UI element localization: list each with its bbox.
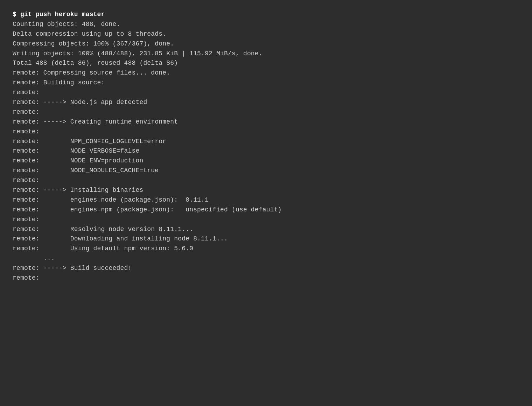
terminal-line: remote: Resolving node version 8.11.1... [13,225,519,234]
terminal-line: remote: Using default npm version: 5.6.0 [13,244,519,254]
terminal-line: remote: Compressing source files... done… [13,68,519,78]
terminal-line: remote: [13,127,519,137]
terminal-line: remote: engines.node (package.json): 8.1… [13,195,519,205]
terminal-line: Delta compression using up to 8 threads. [13,29,519,39]
terminal-line: remote: [13,215,519,225]
terminal-line: remote: [13,176,519,186]
terminal-line: remote: -----> Build succeeded! [13,264,519,273]
terminal-line: remote: [13,107,519,117]
terminal-line: remote: NPM_CONFIG_LOGLEVEL=error [13,137,519,147]
terminal-line: remote: -----> Creating runtime environm… [13,117,519,127]
terminal-line: remote: [13,88,519,98]
terminal-line: remote: NODE_MODULES_CACHE=true [13,166,519,176]
terminal-line: remote: Building source: [13,78,519,88]
terminal-line: remote: NODE_ENV=production [13,156,519,166]
terminal-line: remote: -----> Node.js app detected [13,98,519,107]
terminal-line: remote: -----> Installing binaries [13,186,519,195]
terminal-line: remote: [13,273,519,283]
terminal-line: remote: NODE_VERBOSE=false [13,146,519,156]
terminal-line: Counting objects: 488, done. [13,20,519,29]
terminal-line: $ git push heroku master [13,10,519,20]
terminal-line: remote: Downloading and installing node … [13,234,519,244]
terminal-line: Compressing objects: 100% (367/367), don… [13,39,519,49]
terminal-line: Total 488 (delta 86), reused 488 (delta … [13,58,519,68]
terminal-window: $ git push heroku masterCounting objects… [13,10,519,283]
terminal-line: ... [13,254,519,264]
terminal-line: remote: engines.npm (package.json): unsp… [13,205,519,215]
terminal-line: Writing objects: 100% (488/488), 231.85 … [13,49,519,59]
